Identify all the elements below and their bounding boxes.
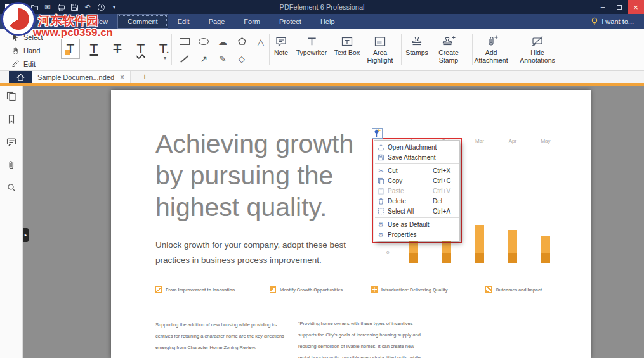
page-column-left: Supporting the addition of new housing w… bbox=[155, 319, 300, 354]
attachment-pin-annotation[interactable] bbox=[372, 128, 383, 139]
minimize-button[interactable]: – bbox=[595, 0, 611, 14]
eraser-tool[interactable]: ◇ bbox=[236, 53, 247, 65]
create-stamp-button[interactable]: Create Stamp bbox=[430, 32, 467, 64]
oval-shape-tool[interactable] bbox=[198, 36, 209, 48]
maximize-button[interactable] bbox=[611, 0, 628, 14]
edit-pencil-icon bbox=[11, 60, 20, 68]
gear-icon: ⚙ bbox=[377, 221, 385, 228]
chart-bar-lower-segment bbox=[409, 253, 418, 263]
save-icon[interactable] bbox=[70, 3, 79, 11]
new-tab-button[interactable]: + bbox=[142, 72, 147, 82]
bookmarks-panel-icon[interactable] bbox=[6, 114, 16, 124]
chart-month-label: Apr bbox=[505, 138, 520, 144]
legend-swatch-icon bbox=[270, 286, 276, 293]
rectangle-shape-tool[interactable] bbox=[179, 36, 190, 48]
sidebar-collapse-handle[interactable]: ▸ bbox=[23, 228, 29, 242]
i-want-to-label: I want to... bbox=[601, 18, 634, 25]
text-box-button[interactable]: Text Box bbox=[329, 32, 365, 57]
close-tab-icon[interactable]: × bbox=[120, 73, 124, 82]
menu-item-paste: PasteCtrl+V bbox=[374, 186, 459, 196]
hand-tool[interactable]: Hand bbox=[11, 44, 43, 57]
menu-item-use-as-default[interactable]: ⚙ Use as Default bbox=[374, 219, 459, 229]
watermark-logo bbox=[1, 2, 36, 36]
menu-item-open-attachment[interactable]: Open Attachment bbox=[374, 142, 459, 152]
pushpin-icon bbox=[372, 129, 382, 138]
typewriter-button[interactable]: Typewriter bbox=[293, 32, 330, 57]
left-sidebar bbox=[0, 86, 23, 358]
pencil-tool[interactable]: ✎ bbox=[217, 53, 228, 65]
polygon-shape-tool[interactable] bbox=[236, 36, 247, 48]
area-highlight-button[interactable]: Area Highlight bbox=[362, 32, 398, 64]
home-tab[interactable] bbox=[9, 71, 32, 83]
title-bar: ✉ ↶ ▾ PDFelement 6 Professional – × bbox=[0, 0, 644, 14]
tab-page[interactable]: Page bbox=[199, 14, 235, 29]
add-attachment-icon bbox=[485, 32, 498, 48]
pentagon-icon bbox=[237, 37, 247, 46]
edit-tool[interactable]: Edit bbox=[11, 57, 43, 70]
tab-form[interactable]: Form bbox=[234, 14, 270, 29]
legend-item: From Improvement to Innovation bbox=[155, 286, 235, 293]
attachments-panel-icon[interactable] bbox=[6, 160, 16, 170]
chart-bar bbox=[541, 236, 550, 263]
rectangle-icon bbox=[180, 38, 190, 45]
home-icon bbox=[16, 73, 25, 82]
chart-guide-line bbox=[513, 146, 513, 229]
paste-icon bbox=[377, 187, 385, 195]
menu-item-copy[interactable]: CopyCtrl+C bbox=[374, 176, 459, 186]
undo-icon[interactable]: ↶ bbox=[83, 3, 92, 11]
highlight-text-tool[interactable]: T bbox=[61, 39, 80, 59]
chart-bar-lower-segment bbox=[541, 253, 550, 263]
tab-protect[interactable]: Protect bbox=[270, 14, 311, 29]
menu-item-delete[interactable]: DeleteDel bbox=[374, 196, 459, 206]
cloud-shape-tool[interactable]: ☁ bbox=[217, 36, 228, 48]
add-attachment-button[interactable]: Add Attachment bbox=[473, 32, 509, 64]
tab-help[interactable]: Help bbox=[311, 14, 345, 29]
oval-icon bbox=[199, 38, 209, 45]
typewriter-icon bbox=[306, 32, 318, 48]
hand-icon bbox=[11, 46, 20, 54]
chart-bar bbox=[508, 230, 517, 263]
page-intro-text: Unlock growth for your company, adopt th… bbox=[155, 238, 346, 268]
hide-annotations-icon bbox=[531, 32, 544, 48]
document-tab[interactable]: Sample Documen...nded × bbox=[32, 71, 131, 83]
underline-text-tool[interactable]: T bbox=[84, 39, 103, 59]
line-icon bbox=[180, 55, 189, 63]
tab-edit[interactable]: Edit bbox=[168, 14, 199, 29]
strikethrough-text-tool[interactable]: T bbox=[108, 39, 127, 59]
arrow-tool[interactable]: ↗ bbox=[198, 53, 209, 65]
menu-item-properties[interactable]: ⚙ Properties bbox=[374, 229, 459, 240]
open-attachment-icon bbox=[377, 143, 385, 151]
edit-tool-label: Edit bbox=[23, 60, 36, 68]
history-clock-icon[interactable] bbox=[96, 3, 105, 11]
line-tool[interactable] bbox=[179, 53, 190, 65]
copy-icon bbox=[377, 177, 385, 184]
i-want-to-button[interactable]: I want to... bbox=[591, 14, 634, 29]
chart-bar bbox=[409, 241, 418, 263]
legend-item: Introduction: Delivering Quality bbox=[371, 286, 448, 293]
squiggly-underline-text-tool[interactable]: T bbox=[131, 39, 150, 59]
thumbnails-panel-icon[interactable] bbox=[6, 91, 16, 101]
note-icon bbox=[275, 32, 287, 48]
menu-item-cut[interactable]: ✂ CutCtrl+X bbox=[374, 165, 459, 176]
chart-bar bbox=[442, 241, 451, 263]
email-icon[interactable]: ✉ bbox=[43, 3, 52, 11]
menu-separator bbox=[375, 217, 459, 218]
tab-comment[interactable]: Comment bbox=[117, 14, 168, 29]
pdfelement-window: ✉ ↶ ▾ PDFelement 6 Professional – × Home… bbox=[0, 0, 644, 358]
menu-separator bbox=[375, 163, 459, 164]
hide-annotations-button[interactable]: Hide Annotations bbox=[519, 32, 556, 64]
menu-item-select-all[interactable]: Select AllCtrl+A bbox=[374, 206, 459, 216]
comments-panel-icon[interactable] bbox=[6, 137, 16, 147]
hand-tool-label: Hand bbox=[23, 47, 40, 54]
search-panel-icon[interactable] bbox=[6, 182, 16, 193]
chart-bar-lower-segment bbox=[508, 253, 517, 263]
chart-bar bbox=[475, 225, 484, 263]
chart-month-label: Mar bbox=[472, 138, 487, 144]
chart-month-label: May bbox=[538, 138, 553, 144]
print-icon[interactable] bbox=[56, 3, 65, 11]
close-button[interactable]: × bbox=[628, 0, 644, 14]
document-tab-bar: Sample Documen...nded × + bbox=[0, 71, 644, 86]
active-tab-accent-bar bbox=[0, 83, 644, 86]
quick-access-caret-icon[interactable]: ▾ bbox=[110, 3, 119, 11]
menu-item-save-attachment[interactable]: Save Attachment bbox=[374, 152, 459, 162]
